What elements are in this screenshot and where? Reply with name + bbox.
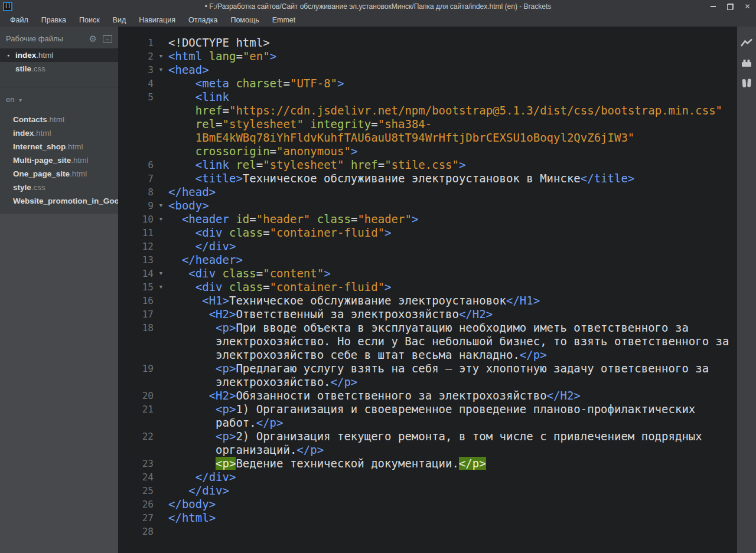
code-line-16[interactable]: 16 <H1>Техническое обслуживание электроу…: [118, 294, 737, 307]
code-text: <p>При вводе объекта в эксплуатацию необ…: [168, 321, 737, 335]
file-name: Contacts: [13, 115, 47, 124]
tree-item-style-css[interactable]: style.css: [0, 181, 118, 194]
menu-item-navigate[interactable]: Навигация: [132, 16, 182, 24]
code-line-21[interactable]: 21 <p>1) Оргаганизация и своевременное п…: [118, 403, 737, 416]
code-line-21-wrap1[interactable]: работ.</p>: [118, 416, 737, 430]
code-text: <div class="container-fluid">: [168, 226, 737, 240]
working-file-stile-css[interactable]: stile.css: [0, 62, 118, 76]
code-text: 1BmE4kWBq78iYhFldvKuhfTAU6auU8tT94WrHftj…: [168, 131, 737, 145]
line-number: 1: [118, 36, 154, 50]
code-line-18-wrap2[interactable]: электрохозяйство себе в штат весьма накл…: [118, 348, 737, 362]
code-line-28[interactable]: 28: [118, 525, 737, 538]
main-area: Рабочие файлы ⚙ ↔ ●index.htmlstile.css e…: [0, 27, 756, 553]
fold-arrow-icon[interactable]: ▼: [154, 199, 168, 212]
file-extension: .html: [70, 169, 87, 178]
tree-item-website-promotion-in-google[interactable]: Website_promotion_in_Google.h: [0, 194, 118, 208]
code-line-20[interactable]: 20 <H2>Обязанности ответственного за эле…: [118, 389, 737, 403]
code-line-12[interactable]: 12 </div>: [118, 240, 737, 253]
code-line-2[interactable]: 2▼<html lang="en">: [118, 50, 737, 63]
code-line-17[interactable]: 17 <H2>Ответственный за электрохозяйство…: [118, 307, 737, 321]
line-number: 22: [118, 430, 154, 443]
line-number: 24: [118, 470, 154, 484]
file-name: style: [13, 183, 31, 192]
code-line-13[interactable]: 13 </header>: [118, 253, 737, 267]
minimize-button[interactable]: [705, 0, 722, 13]
code-line-27[interactable]: 27</html>: [118, 511, 737, 525]
fold-spacer: [154, 77, 168, 90]
menu-item-debug[interactable]: Отладка: [182, 16, 224, 24]
code-line-22[interactable]: 22 <p>2) Организация текущего ремонта, в…: [118, 430, 737, 443]
split-view-icon[interactable]: ↔: [103, 35, 112, 42]
gear-icon[interactable]: ⚙: [89, 35, 97, 43]
working-file-index-html[interactable]: ●index.html: [0, 48, 118, 62]
close-button[interactable]: ✕: [739, 0, 756, 13]
tree-item-index-html[interactable]: index.html: [0, 126, 118, 140]
fold-arrow-icon[interactable]: ▼: [154, 212, 168, 226]
code-line-23[interactable]: 23 <p>Ведение технической документации.<…: [118, 457, 737, 470]
code-text: <title>Техническое обслуживание электроу…: [168, 172, 737, 185]
code-line-15[interactable]: 15▼ <div class="container-fluid">: [118, 280, 737, 294]
fold-spacer: [154, 511, 168, 525]
code-line-5-wrap3[interactable]: 1BmE4kWBq78iYhFldvKuhfTAU6auU8tT94WrHftj…: [118, 131, 737, 145]
code-line-11[interactable]: 11 <div class="container-fluid">: [118, 226, 737, 240]
minimize-icon: [711, 6, 716, 7]
code-text: <body>: [168, 199, 737, 212]
code-line-1[interactable]: 1<!DOCTYPE html>: [118, 36, 737, 50]
code-editor[interactable]: 1<!DOCTYPE html>2▼<html lang="en">3▼<hea…: [118, 27, 737, 553]
code-line-18-wrap1[interactable]: электрохозяйство. Но если у Вас небольшо…: [118, 335, 737, 348]
code-text: электрохозяйство себе в штат весьма накл…: [168, 348, 737, 362]
code-line-4[interactable]: 4 <meta charset="UTF-8">: [118, 77, 737, 90]
code-line-19[interactable]: 19 <p>Предлагаю услугу взять на себя — э…: [118, 362, 737, 375]
tree-item-multi-page-site-html[interactable]: Multi-page_site.html: [0, 153, 118, 167]
code-line-6[interactable]: 6 <link rel="stylesheet" href="stile.css…: [118, 158, 737, 172]
menu-item-find[interactable]: Поиск: [73, 16, 106, 24]
line-number: 7: [118, 172, 154, 185]
code-line-26[interactable]: 26</body>: [118, 498, 737, 511]
section-divider: [0, 76, 118, 87]
file-extension: .css: [31, 64, 45, 73]
snippets-icon[interactable]: [742, 77, 752, 89]
window-controls: ✕: [705, 0, 756, 13]
code-line-5-wrap2[interactable]: rel="stylesheet" integrity="sha384-: [118, 117, 737, 131]
code-text: <div class="container-fluid">: [168, 280, 737, 294]
fold-arrow-icon[interactable]: ▼: [154, 280, 168, 294]
code-text: работ.</p>: [168, 416, 737, 430]
fold-spacer: [154, 335, 168, 348]
project-dropdown[interactable]: en ▾: [0, 87, 118, 109]
menu-item-file[interactable]: Файл: [4, 16, 35, 24]
fold-spacer: [154, 90, 168, 104]
code-line-14[interactable]: 14▼ <div class="content">: [118, 267, 737, 280]
code-line-3[interactable]: 3▼<head>: [118, 63, 737, 77]
fold-arrow-icon[interactable]: ▼: [154, 63, 168, 77]
tree-item-contacts-html[interactable]: Contacts.html: [0, 113, 118, 126]
menu-item-emmet[interactable]: Emmet: [266, 16, 302, 24]
tree-item-internet-shop-html[interactable]: Internet_shop.html: [0, 140, 118, 153]
code-line-7[interactable]: 7 <title>Техническое обслуживание электр…: [118, 172, 737, 185]
code-line-10[interactable]: 10▼ <header id="header" class="header">: [118, 212, 737, 226]
fold-arrow-icon[interactable]: ▼: [154, 267, 168, 280]
code-line-18[interactable]: 18 <p>При вводе объекта в эксплуатацию н…: [118, 321, 737, 335]
sidebar-filler: [0, 214, 118, 553]
fold-spacer: [154, 457, 168, 470]
live-preview-icon[interactable]: [741, 38, 752, 48]
line-number: 4: [118, 77, 154, 90]
code-line-22-wrap1[interactable]: организаций.</p>: [118, 443, 737, 457]
tree-item-one-page-site-html[interactable]: One_page_site.html: [0, 167, 118, 181]
line-number: [118, 131, 154, 145]
code-line-8[interactable]: 8</head>: [118, 185, 737, 199]
titlebar: [] • F:/Разработка сайтов/Сайт обслужива…: [0, 0, 756, 13]
code-line-25[interactable]: 25 </div>: [118, 484, 737, 498]
menu-item-view[interactable]: Вид: [106, 16, 133, 24]
extension-manager-icon[interactable]: [741, 58, 752, 67]
menu-item-help[interactable]: Помощь: [224, 16, 265, 24]
code-line-5-wrap1[interactable]: href="https://cdn.jsdelivr.net/npm/boots…: [118, 104, 737, 117]
code-line-5[interactable]: 5 <link: [118, 90, 737, 104]
code-line-24[interactable]: 24 </div>: [118, 470, 737, 484]
code-line-19-wrap1[interactable]: электрохозяйство.</p>: [118, 375, 737, 389]
menu-item-edit[interactable]: Правка: [35, 16, 73, 24]
fold-spacer: [154, 375, 168, 389]
fold-arrow-icon[interactable]: ▼: [154, 50, 168, 63]
code-line-9[interactable]: 9▼<body>: [118, 199, 737, 212]
restore-button[interactable]: [722, 0, 739, 13]
code-line-5-wrap4[interactable]: crossorigin="anonymous">: [118, 145, 737, 158]
